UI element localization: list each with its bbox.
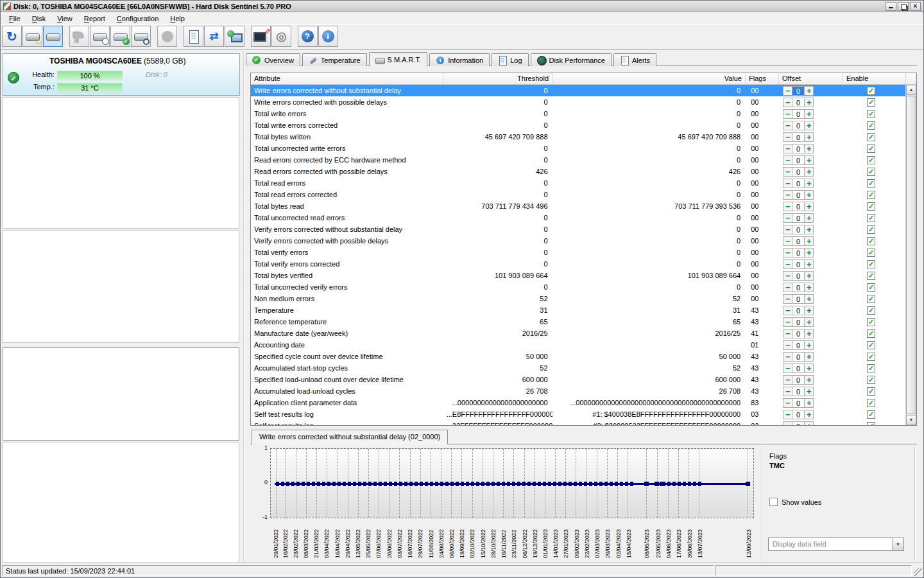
- offset-value-field[interactable]: 0: [792, 109, 804, 119]
- table-row[interactable]: Specified cycle count over device lifeti…: [251, 351, 905, 362]
- table-row[interactable]: Total write errors corrected0000−0+: [251, 119, 905, 131]
- tab-s-m-a-r-t[interactable]: S.M.A.R.T.: [369, 52, 428, 66]
- offset-value-field[interactable]: 0: [792, 283, 804, 292]
- enable-checkbox[interactable]: [867, 272, 875, 280]
- offset-value-field[interactable]: 0: [792, 132, 804, 142]
- offset-value-field[interactable]: 0: [792, 329, 804, 338]
- offset-increase-button[interactable]: +: [804, 98, 814, 107]
- enable-checkbox[interactable]: [867, 214, 875, 222]
- toolbar-disk-check-button[interactable]: [110, 26, 130, 47]
- offset-decrease-button[interactable]: −: [783, 225, 792, 234]
- menu-report[interactable]: Report: [78, 13, 111, 24]
- menu-help[interactable]: Help: [164, 13, 191, 24]
- toolbar-sync-button[interactable]: [204, 26, 224, 47]
- offset-value-field[interactable]: 0: [792, 259, 804, 269]
- offset-value-field[interactable]: 0: [792, 167, 804, 177]
- table-row[interactable]: Total bytes read703 711 779 434 496703 7…: [251, 200, 905, 212]
- menu-file[interactable]: File: [3, 13, 26, 24]
- offset-value-field[interactable]: 0: [792, 410, 804, 419]
- toolbar-sound-button[interactable]: [271, 26, 291, 47]
- offset-value-field[interactable]: 0: [792, 375, 804, 385]
- col-header-enable[interactable]: Enable: [843, 73, 906, 84]
- minimize-button[interactable]: [886, 2, 896, 11]
- offset-decrease-button[interactable]: −: [783, 98, 792, 107]
- table-row[interactable]: Total verify errors corrected0000−0+: [251, 258, 905, 270]
- offset-decrease-button[interactable]: −: [783, 271, 792, 281]
- offset-decrease-button[interactable]: −: [783, 167, 792, 177]
- table-row[interactable]: Read errors corrected by ECC hardware me…: [251, 154, 905, 166]
- table-row[interactable]: Total read errors0000−0+: [251, 177, 905, 189]
- offset-decrease-button[interactable]: −: [783, 352, 792, 362]
- table-scrollbar[interactable]: ▲ ▼: [905, 85, 916, 425]
- tab-overview[interactable]: Overview: [246, 53, 300, 66]
- offset-value-field[interactable]: 0: [792, 202, 804, 211]
- table-row[interactable]: Total verify errors0000−0+: [251, 247, 905, 258]
- table-row[interactable]: Total uncorrected verify errors0000−0+: [251, 281, 905, 293]
- enable-checkbox[interactable]: [867, 306, 875, 315]
- enable-checkbox[interactable]: [867, 133, 875, 141]
- offset-decrease-button[interactable]: −: [783, 317, 792, 327]
- enable-checkbox[interactable]: [867, 237, 875, 245]
- toolbar-info-button[interactable]: [318, 26, 338, 47]
- offset-increase-button[interactable]: +: [804, 375, 814, 385]
- col-header-attribute[interactable]: Attribute: [251, 73, 443, 84]
- enable-checkbox[interactable]: [867, 260, 875, 268]
- offset-increase-button[interactable]: +: [804, 306, 814, 315]
- offset-value-field[interactable]: 0: [792, 121, 804, 130]
- col-header-offset[interactable]: Offset: [779, 73, 843, 84]
- offset-value-field[interactable]: 0: [792, 190, 804, 200]
- offset-decrease-button[interactable]: −: [783, 190, 792, 200]
- offset-value-field[interactable]: 0: [792, 352, 804, 362]
- table-row[interactable]: Accumulated load-unload cycles26 70826 7…: [251, 385, 905, 397]
- table-row[interactable]: Total read errors corrected0000−0+: [251, 189, 905, 200]
- restore-button[interactable]: [898, 2, 909, 11]
- table-row[interactable]: Reference temperature656543−0+: [251, 316, 905, 328]
- offset-decrease-button[interactable]: −: [783, 109, 792, 119]
- offset-value-field[interactable]: 0: [792, 317, 804, 327]
- table-row[interactable]: Self test results log...E8FFFFFFFFFFFFFF…: [251, 408, 905, 420]
- offset-value-field[interactable]: 0: [792, 294, 804, 304]
- offset-increase-button[interactable]: +: [804, 329, 814, 338]
- offset-increase-button[interactable]: +: [804, 109, 814, 119]
- offset-value-field[interactable]: 0: [792, 398, 804, 408]
- offset-decrease-button[interactable]: −: [783, 283, 792, 292]
- table-row[interactable]: Non medium errors525200−0+: [251, 293, 905, 304]
- offset-decrease-button[interactable]: −: [783, 202, 792, 211]
- offset-increase-button[interactable]: +: [804, 132, 814, 142]
- table-row[interactable]: Verify errors corrected without substant…: [251, 223, 905, 235]
- offset-value-field[interactable]: 0: [792, 387, 804, 396]
- offset-increase-button[interactable]: +: [804, 202, 814, 211]
- table-row[interactable]: Self test results log...33FFFFFFFFFFFFFF…: [251, 420, 905, 425]
- tab-temperature[interactable]: Temperature: [302, 53, 367, 66]
- offset-increase-button[interactable]: +: [804, 190, 814, 200]
- offset-value-field[interactable]: 0: [792, 271, 804, 281]
- offset-increase-button[interactable]: +: [804, 271, 814, 281]
- tab-information[interactable]: Information: [429, 53, 490, 66]
- offset-value-field[interactable]: 0: [792, 340, 804, 350]
- table-row[interactable]: Manufacture date (year/week)2016/252016/…: [251, 328, 905, 339]
- enable-checkbox[interactable]: [867, 87, 875, 95]
- toolbar-network-button[interactable]: [225, 26, 244, 47]
- offset-decrease-button[interactable]: −: [783, 179, 792, 188]
- offset-increase-button[interactable]: +: [804, 86, 814, 96]
- enable-checkbox[interactable]: [867, 353, 875, 361]
- enable-checkbox[interactable]: [867, 295, 875, 303]
- table-row[interactable]: Write errors corrected without substanti…: [251, 85, 905, 96]
- enable-checkbox[interactable]: [867, 225, 875, 234]
- tab-alerts[interactable]: Alerts: [613, 53, 656, 66]
- disk-summary-card[interactable]: TOSHIBA MG04SCA60EE (5589,0 GB) ✓ Health…: [3, 53, 240, 96]
- offset-decrease-button[interactable]: −: [783, 329, 792, 338]
- offset-decrease-button[interactable]: −: [783, 132, 792, 142]
- offset-increase-button[interactable]: +: [804, 294, 814, 304]
- enable-checkbox[interactable]: [867, 329, 875, 338]
- tab-disk-performance[interactable]: Disk Performance: [531, 53, 612, 66]
- offset-value-field[interactable]: 0: [792, 225, 804, 234]
- table-row[interactable]: Total uncorrected write errors0000−0+: [251, 143, 905, 154]
- toolbar-disk-search-button[interactable]: [131, 26, 151, 47]
- offset-increase-button[interactable]: +: [804, 248, 814, 258]
- offset-value-field[interactable]: 0: [792, 86, 804, 96]
- offset-increase-button[interactable]: +: [804, 410, 814, 419]
- offset-increase-button[interactable]: +: [804, 317, 814, 327]
- toolbar-refresh-button[interactable]: [2, 26, 22, 47]
- display-data-field-dropdown[interactable]: Display data field ▼: [768, 538, 904, 551]
